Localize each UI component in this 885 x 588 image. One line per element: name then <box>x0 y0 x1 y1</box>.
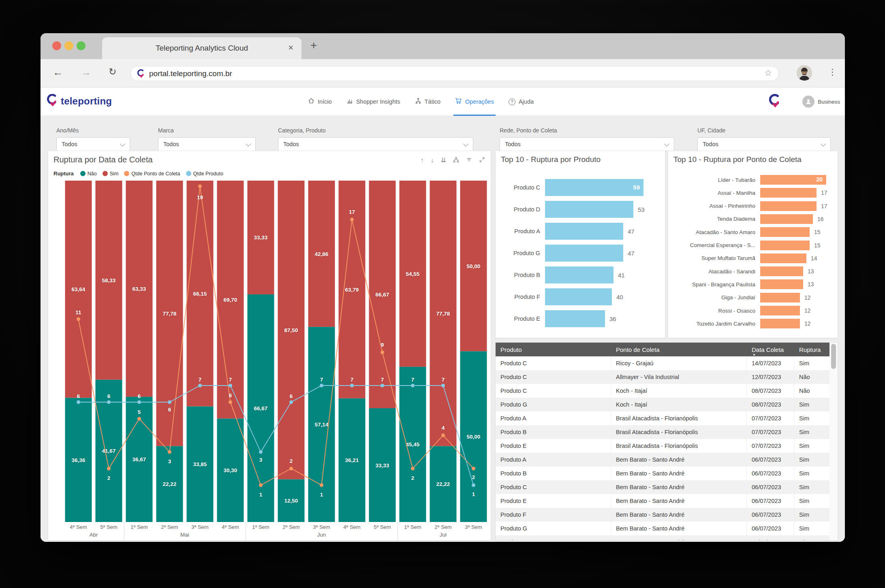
table-row[interactable]: Produto CBem Barato - Santo André06/07/2… <box>496 480 830 494</box>
hbar-row[interactable]: Líder - Tubarão20 <box>672 175 826 185</box>
filter-dropdown[interactable]: Todos <box>697 137 831 151</box>
table-row[interactable]: Produto BBem Barato - Santo André06/07/2… <box>496 467 830 480</box>
browser-profile-avatar[interactable] <box>797 65 812 81</box>
browser-tab[interactable]: Teleporting Analytics Cloud × <box>102 37 301 59</box>
qtde-ponto-coleta-line-point[interactable] <box>411 467 415 471</box>
reload-button[interactable]: ↻ <box>109 66 116 77</box>
table-row[interactable]: Produto EBem Barato - Santo André06/07/2… <box>496 494 830 508</box>
qtde-ponto-coleta-line-point[interactable] <box>229 401 232 404</box>
value-bar[interactable]: 20 <box>760 175 826 185</box>
qtde-produto-line-point[interactable] <box>320 384 323 388</box>
qtde-ponto-coleta-line-point[interactable] <box>259 484 263 487</box>
value-bar[interactable] <box>545 245 623 262</box>
qtde-produto-line-point[interactable] <box>289 401 293 404</box>
qtde-produto-line-point[interactable] <box>137 401 141 404</box>
value-bar[interactable] <box>545 310 605 327</box>
hbar-row[interactable]: Produto F40 <box>500 288 623 305</box>
minimize-window-button[interactable] <box>64 41 73 50</box>
hbar-row[interactable]: Spani - Bragança Paulista13 <box>672 279 814 289</box>
qtde-ponto-coleta-line-point[interactable] <box>168 450 171 454</box>
nav-item-operações[interactable]: Operações <box>455 87 494 116</box>
hbar-row[interactable]: Assaí - Pinheirinho17 <box>672 201 827 211</box>
table-row[interactable]: Produto CBem Barato - Santo André06/07/2… <box>496 535 830 541</box>
account-menu[interactable]: Business <box>802 96 840 108</box>
qtde-produto-line-point[interactable] <box>350 384 354 388</box>
close-window-button[interactable] <box>52 41 61 50</box>
qtde-produto-line-point[interactable] <box>259 450 263 454</box>
column-header-ponto-de-coleta[interactable]: Ponto de Coleta <box>611 343 747 356</box>
hbar-row[interactable]: Comercial Esperança - S...15 <box>672 241 821 250</box>
nav-item-ajuda[interactable]: ?Ajuda <box>509 87 534 116</box>
forward-button[interactable]: → <box>81 66 91 78</box>
value-bar[interactable] <box>760 254 806 263</box>
qtde-produto-line-point[interactable] <box>77 401 80 404</box>
value-bar[interactable] <box>760 241 810 250</box>
qtde-produto-line-point[interactable] <box>198 384 202 388</box>
nav-item-shopper-insights[interactable]: Shopper Insights <box>346 87 400 116</box>
hbar-row[interactable]: Produto A47 <box>500 223 635 240</box>
nav-item-início[interactable]: Início <box>308 87 332 116</box>
column-header-ruptura[interactable]: Ruptura <box>794 343 830 356</box>
qtde-ponto-coleta-line-point[interactable] <box>198 185 202 188</box>
qtde-ponto-coleta-line-point[interactable] <box>107 467 111 471</box>
table-row[interactable]: Produto CAllmayer - Vila Industrial12/07… <box>496 370 830 384</box>
qtde-ponto-coleta-line-point[interactable] <box>472 467 475 471</box>
hbar-row[interactable]: Tozetto Jardim Carvalho12 <box>672 319 811 328</box>
hbar-row[interactable]: Produto B41 <box>500 266 625 283</box>
column-header-produto[interactable]: Produto <box>496 343 611 356</box>
value-bar[interactable] <box>760 214 813 224</box>
hbar-row[interactable]: Produto C59 <box>500 179 643 196</box>
maximize-window-button[interactable] <box>77 41 86 50</box>
value-bar[interactable] <box>760 188 817 198</box>
table-row[interactable]: Produto ABrasil Atacadista - Florianópol… <box>496 411 830 425</box>
drill-down-icon[interactable]: ↓ <box>431 157 434 164</box>
hbar-row[interactable]: Atacadão - Santo Amaro15 <box>672 227 821 237</box>
value-bar[interactable] <box>760 266 803 276</box>
table-row[interactable]: Produto CKoch - Itajaí08/07/2023Não <box>496 384 830 398</box>
table-row[interactable]: Produto FBem Barato - Santo André06/07/2… <box>496 508 830 522</box>
legend-item[interactable]: Não <box>80 171 97 177</box>
bookmark-star-icon[interactable]: ☆ <box>764 68 772 78</box>
hbar-row[interactable]: Tenda Diadema16 <box>672 214 824 224</box>
qtde-ponto-coleta-line-point[interactable] <box>77 317 80 321</box>
new-tab-button[interactable]: + <box>310 39 317 52</box>
table-scrollbar-thumb[interactable] <box>831 344 836 369</box>
table-row[interactable]: Produto GBem Barato - Santo André06/07/2… <box>496 522 830 535</box>
address-bar[interactable]: portal.teleporting.com.br ☆ <box>130 66 779 81</box>
hbar-row[interactable]: Rossi - Osasco12 <box>672 306 811 315</box>
hbar-row[interactable]: Atacadão - Sarandi13 <box>672 266 814 276</box>
legend-item[interactable]: Sim <box>103 171 119 177</box>
filter-dropdown[interactable]: Todos <box>278 137 473 151</box>
legend-item[interactable]: Qtde Ponto de Coleta <box>124 171 180 177</box>
value-bar[interactable]: 59 <box>545 179 643 196</box>
table-scrollbar[interactable] <box>829 343 838 540</box>
filter-dropdown[interactable]: Todos <box>56 137 130 151</box>
table-row[interactable]: Produto GKoch - Itajaí08/07/2023Sim <box>496 398 830 411</box>
value-bar[interactable] <box>760 201 817 211</box>
value-bar[interactable] <box>545 288 612 305</box>
browser-menu-icon[interactable]: ⋮ <box>828 67 837 77</box>
filters-icon[interactable] <box>466 157 472 164</box>
stacked-bar-chart-plot[interactable]: 63,6436,3658,3341,6763,3336,6777,7822,22… <box>63 181 489 522</box>
hbar-row[interactable]: Produto E36 <box>500 310 616 327</box>
hbar-row[interactable]: Assaí - Manilha17 <box>672 188 827 198</box>
qtde-produto-line-point[interactable] <box>411 384 415 388</box>
drill-up-icon[interactable]: ↑ <box>421 157 424 164</box>
table-row[interactable]: Produto BBrasil Atacadista - Florianópol… <box>496 425 830 439</box>
qtde-ponto-coleta-line-point[interactable] <box>137 417 141 421</box>
table-row[interactable]: Produto EBrasil Atacadista - Florianópol… <box>496 439 830 453</box>
drill-mode-icon[interactable] <box>453 157 459 164</box>
value-bar[interactable] <box>545 223 623 240</box>
qtde-produto-line-point[interactable] <box>168 401 171 404</box>
value-bar[interactable] <box>545 266 614 283</box>
qtde-ponto-coleta-line-point[interactable] <box>320 484 323 487</box>
hbar-row[interactable]: Produto G47 <box>500 245 635 262</box>
teleporting-logo[interactable]: teleporting <box>47 94 112 109</box>
legend-item[interactable]: Qtde Produto <box>186 171 223 177</box>
column-header-data-coleta[interactable]: Data Coleta▼ <box>747 343 794 356</box>
qtde-produto-line-point[interactable] <box>381 384 384 388</box>
value-bar[interactable] <box>760 306 800 315</box>
qtde-produto-line-point[interactable] <box>472 484 475 487</box>
nav-item-tático[interactable]: Tático <box>415 87 441 116</box>
qtde-ponto-coleta-line-point[interactable] <box>441 434 445 437</box>
